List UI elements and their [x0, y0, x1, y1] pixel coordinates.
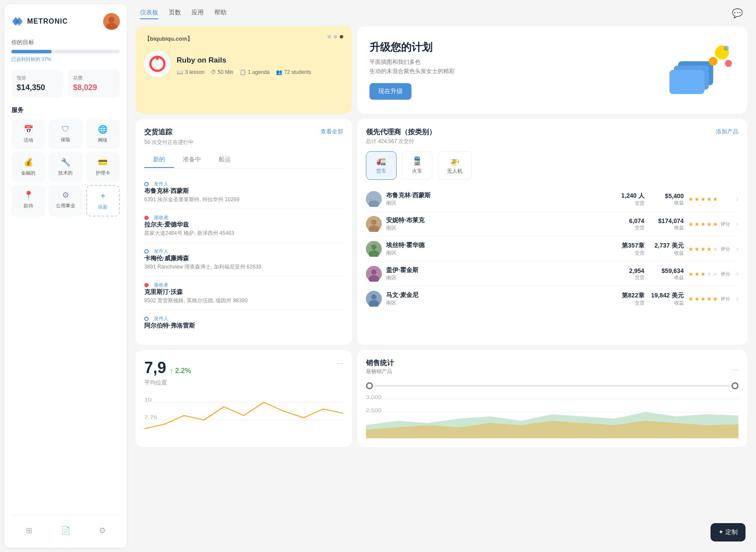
progress-text: 已达到目标的 37%	[11, 56, 120, 63]
nav-apps[interactable]: 应用	[192, 7, 204, 19]
service-add[interactable]: + 添新	[86, 185, 120, 217]
agent-tab-drone[interactable]: 🚁 无人机	[438, 151, 472, 180]
progress-fill	[11, 50, 52, 53]
hospitality-icon: 📍	[24, 190, 33, 200]
agent-avatar-4	[366, 291, 382, 307]
tracking-tab-preparing[interactable]: 准备中	[174, 152, 210, 168]
stat-more-icon[interactable]: ···	[337, 359, 343, 368]
agent-row-2: 埃丝特·霍华德 南区 第357章 交货 2,737 美元 收益 ★★★★★ 评分…	[366, 237, 739, 262]
sender-dot-5	[144, 317, 149, 321]
service-finance-label: 金融的	[21, 170, 35, 176]
sidebar-bottom: ⊞ 📄 ⚙	[11, 515, 120, 539]
tracking-address-4: 8502 普雷斯顿路, 英格尔伍德, 缅因州 98380	[144, 297, 343, 304]
service-finance[interactable]: 💰 金融的	[11, 152, 45, 182]
tracking-tab-shipping[interactable]: 船运	[210, 152, 240, 168]
upgrade-card: 升级您的计划 平面插图和我们多色 生动的未混合紫色头发女士的精彩 现在升级	[357, 26, 747, 114]
agent-arrow-0[interactable]: ›	[736, 195, 739, 203]
course-title: Ruby on Rails	[177, 56, 311, 65]
service-network[interactable]: 🌐 网络	[86, 119, 120, 149]
service-utility-label: 公用事业	[56, 203, 75, 209]
agent-name-2: 埃丝特·霍华德	[386, 241, 609, 249]
tracking-role-1: 发件人	[144, 181, 343, 187]
budget-card: 预算 $14,350	[11, 70, 63, 98]
tech-icon: 🔧	[61, 157, 70, 167]
settings-icon[interactable]: ⚙	[95, 522, 109, 539]
upgrade-button[interactable]: 现在升级	[369, 83, 411, 100]
course-students: 👥 72 students	[276, 69, 311, 75]
agent-arrow-4[interactable]: ›	[736, 295, 739, 303]
sales-slider	[366, 382, 739, 389]
topnav-chat-icon[interactable]: 💬	[732, 8, 743, 18]
tracking-role-2: 接收者	[144, 214, 343, 221]
network-icon: 🌐	[98, 125, 108, 134]
agent-arrow-3[interactable]: ›	[736, 270, 739, 278]
agent-avatar-2	[366, 241, 382, 257]
service-add-label: 添新	[98, 204, 108, 210]
stat-card: 7,9 ↑ 2.2% 平均位置 ··· 10 7.75	[136, 350, 352, 447]
sales-title: 销售统计	[366, 359, 394, 368]
svg-marker-1	[16, 17, 23, 26]
nav-dashboard[interactable]: 仪表板	[140, 7, 158, 19]
nav-help[interactable]: 帮助	[214, 7, 226, 19]
service-tech[interactable]: 🔧 技术的	[49, 152, 82, 182]
logo-icon	[11, 15, 24, 28]
upgrade-text: 升级您的计划 平面插图和我们多色 生动的未混合紫色头发女士的精彩 现在升级	[369, 40, 455, 100]
tracking-address-2: 星家大道2464号 梅萨, 新泽西州 45463	[144, 230, 343, 237]
slider-handle-right[interactable]	[732, 382, 739, 389]
agent-arrow-2[interactable]: ›	[736, 245, 739, 253]
sender-dot-1	[144, 182, 149, 186]
stat-chart: 10 7.75	[144, 394, 343, 437]
service-hospitality-label: 款待	[24, 203, 33, 209]
receiver-dot-2	[144, 216, 149, 220]
slider-handle-left[interactable]	[366, 382, 373, 389]
clock-icon: ⏱	[211, 69, 216, 75]
insurance-icon: 🛡	[62, 125, 70, 134]
customize-button[interactable]: ✦ 定制	[711, 523, 746, 542]
services-title: 服务	[11, 106, 120, 114]
card-icon: 💳	[98, 157, 108, 167]
agent-revenue-3: $59,634 收益	[649, 267, 684, 281]
tracking-title: 交货追踪	[144, 128, 172, 137]
agent-rating-0: ★★★★★	[688, 196, 732, 203]
agent-tab-train[interactable]: 🚆 火车	[402, 151, 432, 180]
agent-stat-2: 第357章 交货	[614, 242, 645, 256]
agent-card: 领先代理商（按类别） 添加产品 总计 424,567 次交付 🚛 货车 🚆 火车…	[357, 119, 747, 345]
agent-arrow-1[interactable]: ›	[736, 220, 739, 228]
upgrade-desc: 平面插图和我们多色 生动的未混合紫色头发女士的精彩	[369, 58, 455, 76]
agent-revenue-2: 2,737 美元 收益	[649, 242, 684, 256]
tracking-tab-new[interactable]: 新的	[144, 152, 174, 168]
service-hospitality[interactable]: 📍 款待	[11, 185, 45, 217]
tracking-name-5: 阿尔伯特·弗洛雷斯	[144, 322, 343, 330]
svg-text:7.75: 7.75	[144, 415, 157, 420]
tracking-name-3: 卡梅伦·威廉姆森	[144, 255, 343, 262]
svg-point-12	[725, 60, 732, 67]
truck-label: 货车	[376, 168, 387, 175]
goal-section: 你的目标 已达到目标的 37%	[11, 38, 120, 63]
agent-stat-3: 2,954 交货	[614, 267, 645, 281]
layers-icon[interactable]: ⊞	[22, 522, 36, 539]
agent-region-0: 南区	[386, 199, 609, 207]
agent-name-3: 盖伊·霍金斯	[386, 266, 609, 274]
agent-stat-0: 1,240 人 交货	[614, 192, 645, 206]
svg-point-24	[371, 269, 376, 275]
agent-add-button[interactable]: 添加产品	[716, 128, 739, 136]
service-activity[interactable]: 📅 活动	[11, 119, 45, 149]
budget-label: 预算	[17, 75, 58, 81]
service-insurance[interactable]: 🛡 保险	[49, 119, 82, 149]
tracking-view-all[interactable]: 查看全部	[321, 128, 343, 136]
agent-tab-truck[interactable]: 🚛 货车	[366, 151, 397, 180]
agent-revenue-0: $5,400 收益	[649, 192, 684, 206]
agent-subtitle: 总计 424,567 次交付	[366, 138, 739, 145]
agent-rating-3: ★★★★★ 评分	[688, 271, 732, 277]
stat-label: 平均位置	[144, 379, 191, 387]
service-card[interactable]: 💳 护理卡	[86, 152, 120, 182]
sales-more-icon[interactable]: ···	[732, 365, 739, 374]
course-lessons: 📖 3 lesson	[177, 69, 205, 75]
course-duration: ⏱ 50 Min	[211, 69, 233, 75]
agent-name-1: 安妮特·布莱克	[386, 217, 609, 224]
file-icon[interactable]: 📄	[57, 522, 74, 539]
nav-pages[interactable]: 页数	[169, 7, 181, 19]
service-insurance-label: 保险	[61, 136, 70, 143]
svg-point-3	[108, 17, 115, 23]
service-utility[interactable]: ⚙ 公用事业	[49, 185, 82, 217]
